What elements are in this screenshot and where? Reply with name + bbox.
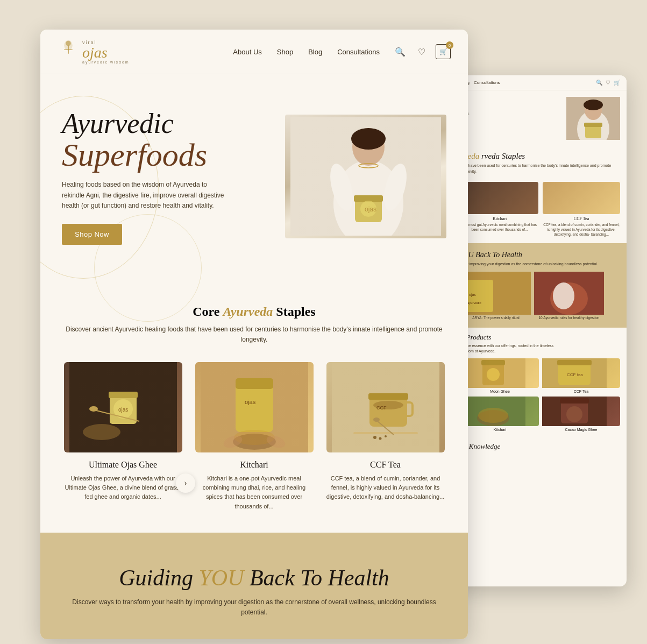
svg-point-39 — [373, 436, 376, 439]
logo[interactable]: viral ojas ayurvedic wisdom — [58, 38, 130, 65]
staples-title: Core Ayurveda Staples — [62, 305, 446, 319]
bg-product-img-1 — [461, 182, 538, 214]
bg-guiding-item-1: ojas ayurvedic ARYA: The power s daily r… — [461, 272, 531, 320]
product-name-kitchari: Kitchari — [195, 460, 314, 470]
bg-product-kitchari: Kitchari the most gut Ayurvedic meal com… — [461, 182, 538, 237]
bg-prod-desc-2: CCF tea, a blend of cumin, coriander, an… — [543, 222, 620, 237]
hero-content: Ayurvedic Superfoods Healing foods based… — [62, 108, 285, 245]
product-desc-kitchari: Kitchari is a one-pot Ayurvedic meal com… — [195, 474, 314, 511]
cart-button[interactable]: 🛒 0 — [436, 44, 451, 59]
bg-nav-consultations: Consultations — [474, 80, 500, 85]
product-card-ghee: ojas Ultimate Ojas Ghee Unleash the powe… — [64, 362, 182, 511]
svg-text:ojas: ojas — [245, 399, 256, 405]
bg-shop-name-ccf: CCF Tea — [542, 390, 620, 393]
bg-staples-label: rveda Staples — [481, 152, 525, 160]
guiding-section: Guiding YOU Back To Health Discover ways… — [40, 533, 468, 639]
logo-ojas: ojas — [82, 45, 130, 60]
guiding-description: Discover ways to transform your health b… — [62, 597, 446, 618]
bg-staples: rveda rveda Staples that have been used … — [454, 146, 627, 243]
bg-shop-kitchari: Kitchari — [461, 397, 539, 431]
bg-shop-moon-ghee: Moon Ghee — [461, 358, 539, 393]
bg-shop-name-kitchari: Kitchari — [461, 428, 539, 431]
svg-rect-48 — [584, 123, 602, 127]
svg-point-46 — [584, 100, 603, 110]
product-name-tea: CCF Tea — [326, 460, 445, 470]
bg-shop-img-kitchari — [461, 397, 539, 426]
svg-text:ayurvedic: ayurvedic — [467, 301, 481, 305]
bg-nav: Blog Consultations 🔍 ♡ 🛒 — [454, 75, 627, 90]
svg-text:CCF: CCF — [376, 405, 387, 411]
bg-knowledge-title: ur Knowledge — [461, 442, 620, 451]
product-image-kitchari: ojas — [195, 362, 314, 452]
wishlist-button[interactable]: ♡ — [414, 44, 429, 59]
bg-guiding-img-rules — [534, 272, 604, 315]
staples-subtitle: Discover ancient Ayurvedic healing foods… — [62, 324, 446, 345]
hero-title-line2: Superfoods — [62, 139, 274, 171]
hero-title-line1: Ayurvedic — [62, 108, 274, 139]
product-card-tea: CCF CCF Tea CCF tea, a blend of cumin, c… — [326, 362, 445, 511]
nav-blog[interactable]: Blog — [308, 48, 322, 56]
svg-text:CCF tea: CCF tea — [567, 372, 583, 377]
svg-point-21 — [89, 406, 98, 412]
bg-product-tea: CCF Tea CCF tea, a blend of cumin, coria… — [543, 182, 620, 237]
svg-point-41 — [385, 435, 387, 437]
svg-point-66 — [478, 408, 508, 423]
bg-shop-img-moon — [461, 358, 539, 388]
carousel-next-button[interactable]: › — [176, 473, 195, 493]
bg-hero-image — [566, 97, 620, 140]
bg-shop: p Products all the essence with our offe… — [454, 328, 627, 437]
bg-guiding: U U Back To Health rt by improving your … — [454, 243, 627, 328]
nav-shop[interactable]: Shop — [277, 48, 293, 56]
guiding-main: Guiding — [119, 565, 198, 590]
svg-point-38 — [373, 417, 380, 422]
guiding-end: Back To Health — [244, 565, 389, 590]
svg-point-9 — [351, 128, 386, 150]
search-button[interactable]: 🔍 — [393, 44, 408, 59]
bg-search-icon: 🔍 — [596, 80, 602, 86]
cart-badge: 0 — [446, 41, 453, 49]
navigation: viral ojas ayurvedic wisdom About Us Sho… — [40, 30, 468, 74]
staples-title-highlight: Ayurveda — [223, 305, 273, 319]
svg-rect-69 — [560, 398, 589, 404]
hero-section: Ayurvedic Superfoods Healing foods based… — [40, 74, 468, 279]
bg-browser-window: Blog Consultations 🔍 ♡ 🛒 s Agni. — [454, 75, 627, 586]
product-image-tea: CCF — [326, 362, 445, 452]
bg-guiding-label-2: 10 Ayurvedic rules for healthy digestion — [534, 316, 604, 320]
hero-description: Healing foods based on the wisdom of Ayu… — [62, 180, 229, 211]
svg-point-59 — [487, 368, 500, 381]
bg-product-img-2 — [543, 182, 620, 214]
svg-point-40 — [379, 437, 381, 440]
product-desc-tea: CCF tea, a blend of cumin, coriander, an… — [326, 474, 445, 501]
products-grid: ojas Ultimate Ojas Ghee Unleash the powe… — [62, 362, 446, 511]
product-desc-ghee: Unleash the power of Ayurveda with our U… — [64, 474, 182, 501]
bg-prod-name-1: Kitchari — [461, 216, 538, 221]
svg-point-55 — [553, 282, 574, 309]
guiding-title: Guiding YOU Back To Health — [62, 565, 446, 591]
staples-section: Core Ayurveda Staples Discover ancient A… — [40, 279, 468, 533]
bg-cart-icon: 🛒 — [614, 80, 620, 86]
bg-knowledge: ur Knowledge — [454, 437, 627, 456]
bg-shop-desc: all the essence with our offerings, root… — [461, 343, 620, 354]
bg-hero-desc: Agni. — [461, 111, 561, 117]
staples-title-main: Core — [193, 305, 223, 319]
shop-now-button[interactable]: Shop Now — [62, 224, 122, 245]
bg-guiding-images: ojas ayurvedic ARYA: The power s daily r… — [461, 272, 620, 320]
bg-wishlist-icon: ♡ — [606, 80, 610, 86]
bg-shop-grid-top: Moon Ghee CCF tea CCF Tea — [461, 358, 620, 393]
bg-staples-desc: that have been used for centuries to har… — [454, 163, 627, 179]
bg-shop-img-ccf: CCF tea — [542, 358, 620, 388]
nav-consultations[interactable]: Consultations — [337, 48, 380, 56]
svg-point-22 — [83, 424, 120, 440]
bg-shop-grid-bottom: Kitchari Cacao Magic Ghee — [461, 397, 620, 431]
guiding-you: YOU — [198, 565, 244, 590]
main-browser-window: viral ojas ayurvedic wisdom About Us Sho… — [40, 30, 468, 639]
svg-rect-34 — [368, 393, 408, 400]
bg-prod-name-2: CCF Tea — [543, 216, 620, 221]
product-image-ghee: ojas — [64, 362, 182, 452]
svg-point-70 — [566, 406, 582, 422]
nav-about[interactable]: About Us — [233, 48, 261, 56]
svg-rect-62 — [557, 360, 592, 365]
hero-image: ojas — [285, 115, 446, 238]
bg-guiding-desc: rt by improving your digestion as the co… — [461, 261, 620, 267]
bg-guiding-item-2: 10 Ayurvedic rules for healthy digestion — [534, 272, 604, 320]
